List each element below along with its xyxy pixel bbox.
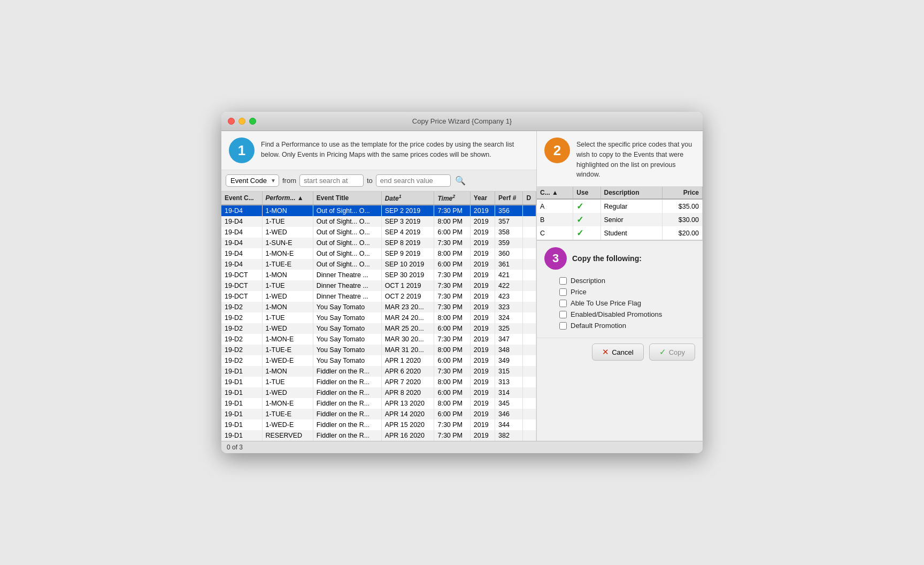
cb_desc-checkbox[interactable] <box>559 277 567 285</box>
table-row[interactable]: 19-DCT1-WEDDinner Theatre ...OCT 2 20197… <box>221 291 536 302</box>
col-year[interactable]: Year <box>470 192 495 205</box>
cell-date: SEP 30 2019 <box>381 270 434 280</box>
copy-section: 3 Copy the following: DescriptionPriceAb… <box>537 241 703 338</box>
table-row[interactable]: 19-DCT1-TUEDinner Theatre ...OCT 1 20197… <box>221 280 536 291</box>
price-table-row[interactable]: C✓Student$20.00 <box>537 226 703 240</box>
field-select-wrapper[interactable]: Event Code ▼ <box>226 174 279 187</box>
cell-event_title: You Say Tomato <box>313 323 381 334</box>
col-event-code[interactable]: Event C... <box>221 192 262 205</box>
col-perf-num[interactable]: Perf # <box>495 192 523 205</box>
table-row[interactable]: 19-D11-MON-EFiddler on the R...APR 13 20… <box>221 398 536 409</box>
cb_price-label[interactable]: Price <box>571 288 587 296</box>
col-time[interactable]: Time2 <box>434 192 470 205</box>
step2-section: 2 Select the specific price codes that y… <box>537 131 703 241</box>
table-row[interactable]: 19-D21-MONYou Say TomatoMAR 23 20...7:30… <box>221 302 536 312</box>
search-to-input[interactable] <box>376 174 451 187</box>
minimize-button[interactable] <box>238 118 245 125</box>
table-row[interactable]: 19-D41-WEDOut of Sight... O...SEP 4 2019… <box>221 227 536 238</box>
price-table-row[interactable]: A✓Regular$35.00 <box>537 199 703 213</box>
col-d[interactable]: D <box>523 192 536 205</box>
cell-year: 2019 <box>470 280 495 291</box>
table-row[interactable]: 19-DCT1-MONDinner Theatre ...SEP 30 2019… <box>221 270 536 280</box>
cell-date: SEP 2 2019 <box>381 205 434 216</box>
price-col-code[interactable]: C... ▲ <box>537 187 573 199</box>
step1-row: 1 Find a Performance to use as the templ… <box>221 131 536 170</box>
price-table-wrap[interactable]: C... ▲ Use Description Price A✓Regular$3… <box>537 187 703 240</box>
cell-year: 2019 <box>470 312 495 323</box>
cell-perform: 1-MON-E <box>262 334 313 345</box>
table-row[interactable]: 19-D41-MONOut of Sight... O...SEP 2 2019… <box>221 205 536 216</box>
use-checkmark: ✓ <box>576 215 583 224</box>
copy-button[interactable]: ✓ Copy <box>649 343 695 361</box>
cancel-button[interactable]: ✕ Cancel <box>592 343 643 361</box>
cell-year: 2019 <box>470 270 495 280</box>
cb_default-label[interactable]: Default Promotion <box>571 322 626 330</box>
cell-d <box>523 291 536 302</box>
price-col-price[interactable]: Price <box>663 187 703 199</box>
price-cell-price: $35.00 <box>663 199 703 213</box>
step2-text: Select the specific price codes that you… <box>576 138 695 180</box>
table-row[interactable]: 19-D21-WEDYou Say TomatoMAR 25 20...6:00… <box>221 323 536 334</box>
price-cell-price: $30.00 <box>663 213 703 226</box>
close-button[interactable] <box>228 118 235 125</box>
cancel-icon: ✕ <box>602 347 609 357</box>
price-col-desc[interactable]: Description <box>600 187 663 199</box>
cb_able-checkbox[interactable] <box>559 300 567 307</box>
cell-year: 2019 <box>470 419 495 430</box>
cell-date: MAR 24 20... <box>381 312 434 323</box>
cell-perf_num: 347 <box>495 334 523 345</box>
col-perform[interactable]: Perform... ▲ <box>262 192 313 205</box>
cell-date: MAR 30 20... <box>381 334 434 345</box>
cell-perf_num: 314 <box>495 387 523 398</box>
step1-circle: 1 <box>229 138 255 163</box>
cb_able-label[interactable]: Able To Use Price Flag <box>571 299 641 307</box>
price-table-row[interactable]: B✓Senior$30.00 <box>537 213 703 226</box>
table-row[interactable]: 19-D11-MONFiddler on the R...APR 6 20207… <box>221 366 536 377</box>
table-row[interactable]: 19-D21-MON-EYou Say TomatoMAR 30 20...7:… <box>221 334 536 345</box>
cell-year: 2019 <box>470 216 495 227</box>
table-row[interactable]: 19-D11-WED-EFiddler on the R...APR 15 20… <box>221 419 536 430</box>
step3-circle: 3 <box>544 247 567 270</box>
table-row[interactable]: 19-D11-TUEFiddler on the R...APR 7 20208… <box>221 377 536 387</box>
table-row[interactable]: 19-D41-TUEOut of Sight... O...SEP 3 2019… <box>221 216 536 227</box>
cb_enabled-checkbox[interactable] <box>559 311 567 318</box>
cell-date: OCT 1 2019 <box>381 280 434 291</box>
cb_price-checkbox[interactable] <box>559 288 567 296</box>
col-date[interactable]: Date1 <box>381 192 434 205</box>
table-row[interactable]: 19-D1RESERVEDFiddler on the R...APR 16 2… <box>221 430 536 441</box>
table-row[interactable]: 19-D11-TUE-EFiddler on the R...APR 14 20… <box>221 409 536 419</box>
table-row[interactable]: 19-D11-WEDFiddler on the R...APR 8 20206… <box>221 387 536 398</box>
table-row[interactable]: 19-D21-WED-EYou Say TomatoAPR 1 20206:00… <box>221 355 536 366</box>
field-select[interactable]: Event Code <box>226 174 279 187</box>
cell-perform: 1-WED-E <box>262 419 313 430</box>
cell-perf_num: 360 <box>495 248 523 259</box>
table-row[interactable]: 19-D41-TUE-EOut of Sight... O...SEP 10 2… <box>221 259 536 270</box>
events-table-container[interactable]: Event C... Perform... ▲ Event Title Date… <box>221 192 536 441</box>
cell-d <box>523 216 536 227</box>
col-event-title[interactable]: Event Title <box>313 192 381 205</box>
cell-event_code: 19-D2 <box>221 302 262 312</box>
copy-title: Copy the following: <box>572 254 642 263</box>
cell-perf_num: 421 <box>495 270 523 280</box>
cell-time: 8:00 PM <box>434 377 470 387</box>
action-buttons: ✕ Cancel ✓ Copy <box>537 338 703 367</box>
table-row[interactable]: 19-D21-TUEYou Say TomatoMAR 24 20...8:00… <box>221 312 536 323</box>
table-row[interactable]: 19-D21-TUE-EYou Say TomatoMAR 31 20...8:… <box>221 345 536 355</box>
cell-year: 2019 <box>470 227 495 238</box>
cell-year: 2019 <box>470 259 495 270</box>
cell-perf_num: 357 <box>495 216 523 227</box>
cb_enabled-label[interactable]: Enabled/Disabled Promotions <box>571 310 662 318</box>
cell-date: SEP 3 2019 <box>381 216 434 227</box>
cb_default-checkbox[interactable] <box>559 322 567 330</box>
table-row[interactable]: 19-D41-MON-EOut of Sight... O...SEP 9 20… <box>221 248 536 259</box>
search-button[interactable]: 🔍 <box>454 174 467 187</box>
price-col-use[interactable]: Use <box>573 187 600 199</box>
cell-date: APR 16 2020 <box>381 430 434 441</box>
cb_desc-label[interactable]: Description <box>571 277 605 285</box>
cell-year: 2019 <box>470 355 495 366</box>
maximize-button[interactable] <box>249 118 256 125</box>
search-from-input[interactable] <box>299 174 364 187</box>
table-row[interactable]: 19-D41-SUN-EOut of Sight... O...SEP 8 20… <box>221 238 536 248</box>
cell-event_code: 19-D1 <box>221 377 262 387</box>
cell-event_title: You Say Tomato <box>313 312 381 323</box>
